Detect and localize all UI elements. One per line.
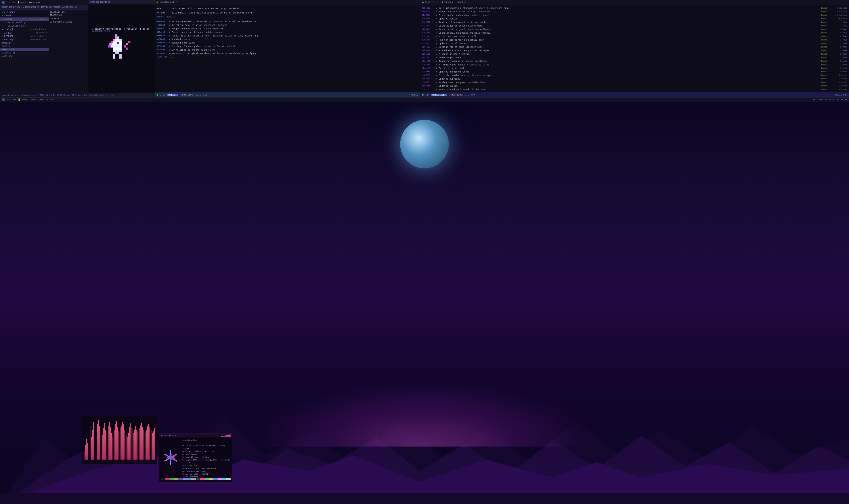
bottom-moon [400,120,449,168]
status-dot [157,2,158,3]
neofetch-dot [161,435,163,436]
table-row[interactable]: 5f5793d ● Testing if auto-cpufreq is sys… [157,45,418,49]
statusbar-text: emmet@snowfire: 1 emmet users 5 2023-11-… [2,94,95,96]
audio-bar [84,451,85,460]
magit-position: 32:0 [196,94,201,96]
table-row[interactable]: 05f150c ● Fixes qemu user session uefi E… [422,35,847,38]
table-row[interactable]: TODOs (14)... ● [157,55,418,59]
nix-logo-svg [162,449,180,466]
file-tree-left[interactable]: ▸ ald-hope ▸ theme ▾ system selenized-da… [0,10,49,93]
terminal-content: $ pokemon-colorscripts -n rapidash -f ga… [90,26,153,71]
neofetch-spectrum: ▁▂▃▄▅▆▇█ [221,434,231,437]
audio-bar [146,430,147,460]
table-row[interactable]: 3abb639 ● Pinned embark and reorganized … [422,49,847,53]
neofetch-line: Packages: 1303 (nix-system), 2702 (nix-u… [182,459,231,464]
audio-bar [126,435,126,460]
color-swatch [196,478,200,480]
color-swatch [178,478,183,480]
audio-bar [108,427,108,460]
list-item[interactable]: – RE-.org tomorrow-night [0,38,49,41]
audio-bar [141,423,142,460]
list-item[interactable]: windows-95 [0,51,49,55]
audio-viz-panel [82,416,157,464]
svg-rect-6 [111,43,122,45]
audio-bar [85,445,86,460]
table-row[interactable]: c70b546 ● Fix for nix parser on install.… [422,38,847,42]
table-row[interactable]: 2774c0c ● Extra lines to ensure flakes w… [157,49,418,52]
list-item[interactable]: ▾ system selenized-dark [0,17,49,21]
bottom-taskbar: 🌐 Youtube 🔋 100% ⬇ 50% ⬆ 100% 1% 11% Sat… [0,97,849,102]
table-row[interactable]: b3c77dc ● Transitioned to flatpak obs fo… [422,88,847,91]
table-row[interactable]: a265080 ● Extra detail on adding unstabl… [422,31,847,35]
audio-bar [145,433,145,460]
table-row[interactable]: dee0888 ● main gitea/main gitlab/main gi… [157,20,418,24]
table-row[interactable]: e011f20 ● Improved comment on agenda syn… [422,60,847,63]
color-swatch [226,478,231,480]
audio-bar [101,430,101,460]
table-row[interactable]: bb82043 ● Updated system [157,38,418,41]
table-row[interactable]: a2650a0 ● Reverted to original uwunicorn… [157,52,418,55]
audio-bar [97,424,97,460]
table-row[interactable]: 5af9302 ● Testing if auto-cpufreq is sys… [422,21,847,24]
table-row[interactable]: e1c7253 ● I finally got agenda + syncthi… [422,63,847,67]
audio-bar [131,428,132,460]
svg-rect-26 [0,493,849,504]
table-row[interactable]: 4990184 ● Ranger dnd optimization + qb f… [422,10,847,14]
log-count: 11k [426,94,429,96]
table-row[interactable]: bb0400d ● Updated pyprland Emmet 2 weeks [422,77,847,81]
audio-bar [149,427,150,460]
audio-bar [104,423,105,460]
audio-bar [86,439,87,460]
table-row[interactable]: df4eee8 ● 3d printing is cool Emmet 1 we… [422,67,847,70]
audio-bar [123,424,124,460]
table-row[interactable]: 9b0d02c ● Ranger dnd optimization + qb f… [157,27,418,31]
list-item[interactable]: – LICENSE solarized-dark [0,35,49,38]
git-log-topbar: Commits in --branches --remotes [420,0,849,5]
table-row[interactable]: a2650a0 ● Reverted to original uwunicorn… [422,28,847,31]
color-swatch [169,478,174,480]
audio-bar [109,422,110,460]
audio-bar [125,430,125,460]
battery-label: 🔋 [17,1,20,4]
list-item[interactable]: ▸ ald-hope [0,11,49,14]
table-row[interactable]: 495b650 ● Updated system Emmet 18 hours [422,17,847,21]
table-row[interactable]: 27740cc ● Extra lines to ensure flakes w… [422,24,847,28]
list-item[interactable]: ▸ theme [0,14,49,17]
table-row[interactable]: 5a9f04c ● Updated system Emmet 2 weeks [422,85,847,88]
log-title: Commits in --branches --remotes [425,1,466,3]
table-row[interactable]: 0c35bc0 ● Updated install notes Emmet 1 … [422,42,847,46]
cpu2-value: 100% [35,2,40,4]
list-item[interactable]: – selenized-dark [0,24,49,28]
table-row[interactable]: c000193 ● Cleaned up magit config Emmet … [422,53,847,56]
table-row[interactable]: bb0d270 ● Fixes for waybar and patched c… [422,74,847,77]
table-row[interactable]: a5e0f93 ● Trying some new power optimiza… [422,81,847,85]
magit-dot [157,94,158,96]
git-log-panel: Commits in --branches --remotes f3bc50c … [420,0,849,97]
audio-bar [134,430,134,460]
list-item[interactable]: ▸ fr-lock solarized-light [0,28,49,31]
table-row[interactable]: 3d07138 ● Getting rid of some electron p… [422,46,847,49]
table-row[interactable]: f3bc50c ● main gitea/main github/main Fi… [422,7,847,10]
log-status-dot [422,94,423,96]
list-item[interactable]: ubuntu [0,44,49,48]
list-item[interactable]: woodland [0,55,49,58]
color-swatch [165,478,169,480]
table-row[interactable]: a950d60 ● Removed some bloat [157,41,418,45]
table-row[interactable]: 5f1d22a ● Fixes recent qutebrowser updat… [422,14,847,17]
table-row[interactable]: 0700c8d ● Fixes flake not building when … [157,34,418,38]
terminal-topbar: emmet@snowfire:~ [88,0,155,4]
neofetch-line: Theme: adw-gtk3 [GTK2/3] [182,473,231,476]
audio-bar [102,435,102,460]
svg-rect-20 [111,41,113,43]
list-item[interactable]: twilight [0,41,49,44]
color-swatch [209,478,213,480]
list-item[interactable]: uwunicorn [0,48,49,51]
list-item[interactable]: – selenized-light [0,21,49,24]
table-row[interactable]: 440cf00 ● Fixes recent qutebrowser updat… [157,31,418,34]
table-row[interactable]: ef0c50d ● Switching back to gh as screen… [157,24,418,27]
git-content: Head: main Fixed all screenshots to be o… [155,5,420,92]
list-item[interactable]: ▸ lr-nix spacedusk [0,31,49,35]
table-row[interactable]: 9eaf21c ● Added magit-todos Emmet 1 week [422,56,847,60]
bottom-section: emmet@snowfire ▁▂▃▄▅▆▇█ [0,97,849,504]
table-row[interactable]: cefd230 ● Updated uwunicorn theme Emmet … [422,70,847,74]
